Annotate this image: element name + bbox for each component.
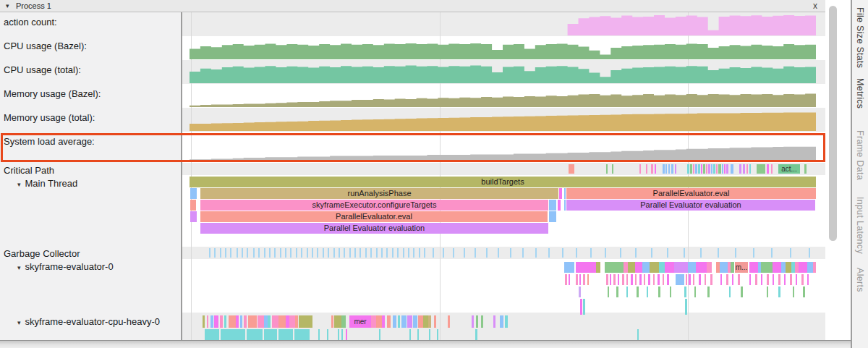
tab-input-latency[interactable]: Input Latency	[855, 197, 865, 254]
gc-tick[interactable]	[328, 248, 329, 258]
gc-tick[interactable]	[354, 248, 356, 258]
gc-tick[interactable]	[285, 248, 286, 258]
critical-path-slice[interactable]	[698, 164, 700, 174]
cpu-heavy-slice[interactable]	[341, 315, 346, 328]
cpu-heavy-slice[interactable]	[205, 329, 219, 340]
evaluator0-slice[interactable]	[637, 287, 639, 297]
gc-tick[interactable]	[486, 248, 488, 258]
cpu-heavy-slice[interactable]	[500, 315, 503, 328]
gc-tick[interactable]	[247, 248, 248, 258]
evaluator0-slice[interactable]	[642, 262, 650, 273]
gc-tick[interactable]	[370, 248, 372, 258]
gc-tick[interactable]	[718, 248, 719, 258]
gc-tick[interactable]	[258, 248, 260, 258]
critical-path-slice[interactable]	[716, 164, 718, 174]
evaluator0-slice[interactable]	[635, 274, 637, 285]
gc-tick[interactable]	[339, 248, 340, 258]
gc-tick[interactable]	[225, 248, 226, 258]
cpu-heavy-slice[interactable]	[248, 315, 257, 328]
gc-tick[interactable]	[651, 248, 652, 258]
cpu-heavy-slice[interactable]	[207, 315, 208, 328]
gc-tick[interactable]	[443, 248, 444, 258]
evaluator0-slice[interactable]	[790, 274, 792, 285]
cpu-heavy-slice[interactable]	[476, 315, 478, 328]
evaluator0-slice[interactable]	[647, 287, 648, 297]
gc-tick[interactable]	[307, 248, 308, 258]
cpu-heavy-slice[interactable]	[379, 329, 380, 340]
evaluator0-slice[interactable]	[778, 287, 780, 297]
critical-path-slice[interactable]	[651, 164, 653, 174]
column-divider[interactable]	[181, 12, 182, 340]
critical-path-slice[interactable]	[665, 164, 667, 174]
horizontal-scrollbar[interactable]	[0, 340, 851, 348]
cpu-heavy-slice[interactable]	[407, 315, 412, 328]
evaluator0-slice[interactable]	[606, 274, 608, 285]
evaluator0-slice[interactable]	[807, 274, 809, 285]
cpu-heavy-slice[interactable]	[278, 329, 293, 340]
evaluator0-slice[interactable]	[720, 262, 728, 273]
critical-path-slice[interactable]	[757, 164, 765, 174]
evaluator0-slice[interactable]	[767, 287, 768, 297]
gc-tick[interactable]	[684, 248, 685, 258]
evaluator0-slice[interactable]	[767, 274, 769, 285]
cpu-heavy-slice[interactable]	[401, 315, 407, 328]
collapse-arrow-icon[interactable]: ▾	[6, 0, 9, 12]
gc-tick[interactable]	[424, 248, 425, 258]
evaluator0-slice[interactable]	[667, 274, 669, 285]
main-thread-slice[interactable]	[559, 188, 562, 199]
evaluator0-slice[interactable]	[659, 262, 665, 273]
main-thread-slice-labeled[interactable]: buildTargets	[190, 177, 816, 187]
evaluator0-slice[interactable]	[803, 287, 805, 297]
evaluator0-slice[interactable]	[665, 262, 674, 273]
cpu-heavy-slice[interactable]	[331, 315, 333, 328]
main-thread-slice[interactable]	[190, 211, 197, 222]
critical-path-slice[interactable]	[668, 164, 670, 174]
evaluator0-slice[interactable]	[699, 274, 701, 285]
evaluator0-slice[interactable]	[576, 274, 578, 285]
cpu-heavy-slice[interactable]	[434, 315, 436, 328]
evaluator0-slice[interactable]	[626, 274, 628, 285]
evaluator0-slice[interactable]	[705, 274, 706, 285]
critical-path-slice[interactable]	[695, 164, 697, 174]
cpu-heavy-slice[interactable]	[299, 315, 312, 328]
main-thread-slice[interactable]	[564, 188, 566, 199]
evaluator0-slice[interactable]	[749, 262, 758, 273]
evaluator0-slice[interactable]	[793, 287, 794, 297]
gc-tick[interactable]	[498, 248, 499, 258]
cpu-heavy-slice[interactable]	[429, 329, 430, 340]
evaluator0-slice[interactable]	[564, 262, 574, 273]
gc-tick[interactable]	[735, 248, 736, 258]
critical-path-slice[interactable]	[671, 164, 673, 174]
cpu-heavy-slice[interactable]	[387, 315, 391, 328]
critical-path-slice-labeled[interactable]: act...	[778, 164, 800, 174]
gc-tick[interactable]	[562, 248, 563, 258]
evaluator0-slice[interactable]	[670, 287, 671, 297]
cpu-heavy-slice[interactable]	[264, 329, 277, 340]
cpu-heavy-slice[interactable]	[423, 315, 428, 328]
gc-tick[interactable]	[220, 248, 221, 258]
gc-tick[interactable]	[548, 248, 550, 258]
gc-tick[interactable]	[323, 248, 324, 258]
cpu-heavy-slice[interactable]	[493, 315, 495, 328]
gc-tick[interactable]	[333, 248, 335, 258]
evaluator0-slice[interactable]	[726, 274, 728, 285]
evaluator0-slice[interactable]	[761, 274, 762, 285]
cpu-heavy-slice[interactable]	[244, 315, 247, 328]
gc-tick[interactable]	[359, 248, 361, 258]
critical-path-slice[interactable]	[646, 164, 647, 174]
evaluator0-slice[interactable]	[663, 274, 664, 285]
gc-tick[interactable]	[280, 248, 281, 258]
mem-total-chart[interactable]	[190, 110, 816, 131]
gc-tick[interactable]	[253, 248, 255, 258]
cpu-heavy-slice[interactable]	[448, 315, 450, 328]
critical-path-slice[interactable]	[718, 164, 721, 174]
evaluator0-slice[interactable]	[813, 262, 816, 273]
evaluator0-slice[interactable]	[688, 262, 696, 273]
critical-path-slice[interactable]	[663, 164, 665, 174]
cpu-heavy-slice[interactable]	[258, 315, 264, 328]
gc-tick[interactable]	[522, 248, 524, 258]
evaluator0-slice[interactable]	[689, 274, 691, 285]
cpu-heavy-slice-labeled[interactable]: mer	[349, 315, 371, 328]
evaluator0-slice[interactable]	[801, 274, 804, 285]
evaluator0-slice[interactable]	[686, 274, 687, 285]
